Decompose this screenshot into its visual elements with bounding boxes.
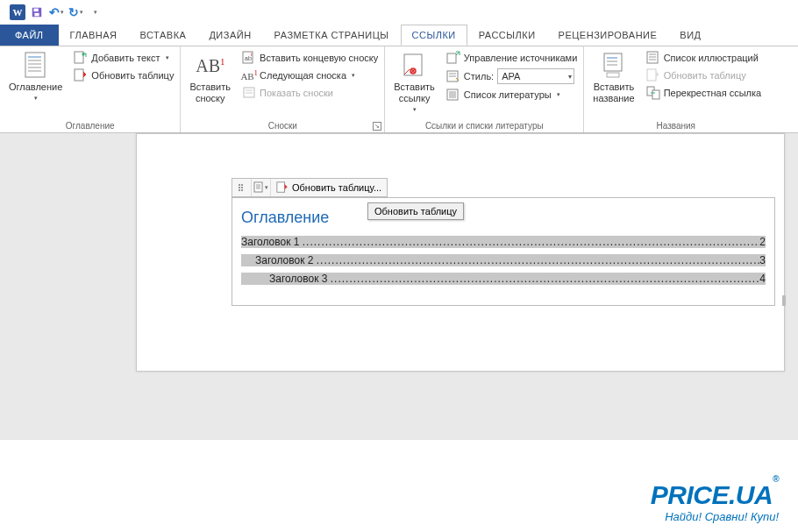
undo-icon: ↶ bbox=[49, 5, 60, 19]
crossref-icon bbox=[646, 86, 660, 100]
brand-logo: PRICE.UA® bbox=[651, 480, 779, 510]
toc-field[interactable]: Оглавление Заголовок 1 .................… bbox=[232, 197, 775, 306]
caret-icon: ▾ bbox=[94, 9, 97, 16]
caret-icon: ▾ bbox=[413, 106, 417, 113]
caret-icon: ▾ bbox=[166, 54, 169, 61]
caret-icon: ▾ bbox=[80, 9, 83, 16]
svg-text:i: i bbox=[251, 52, 252, 57]
svg-rect-19 bbox=[447, 53, 456, 63]
toc-button[interactable]: Оглавление ▾ bbox=[4, 50, 68, 103]
app-icon[interactable] bbox=[9, 4, 26, 21]
brand: PRICE.UA® Найди! Сравни! Купи! bbox=[651, 480, 779, 523]
toc-entry[interactable]: Заголовок 2 ............................… bbox=[241, 254, 766, 266]
toc-entry[interactable]: Заголовок 3 ............................… bbox=[241, 273, 766, 285]
bibliography-icon bbox=[446, 88, 460, 102]
next-footnote-icon: AB1 bbox=[242, 68, 256, 82]
group-citations-label: Ссылки и списки литературы bbox=[385, 119, 583, 132]
svg-rect-50 bbox=[277, 182, 285, 192]
style-label: Стиль: bbox=[464, 71, 494, 82]
dialog-launcher[interactable]: ↘ bbox=[373, 122, 381, 131]
insert-caption-label: Вставить название bbox=[593, 82, 634, 104]
caption-icon bbox=[600, 52, 628, 80]
redo-button[interactable]: ↻▾ bbox=[67, 4, 84, 21]
crossref-label: Перекрестная ссылка bbox=[664, 88, 762, 98]
svg-point-43 bbox=[241, 187, 243, 188]
qat-customize[interactable]: ▾ bbox=[86, 4, 103, 21]
style-row: Стиль: APA ▾ bbox=[444, 67, 580, 85]
redo-icon: ↻ bbox=[68, 5, 79, 19]
figures-list-label: Список иллюстраций bbox=[664, 53, 759, 63]
insert-endnote-label: Вставить концевую сноску bbox=[260, 53, 378, 63]
update-toc-button[interactable]: Обновить таблицу bbox=[71, 67, 176, 83]
tab-file[interactable]: ФАЙЛ bbox=[0, 25, 59, 46]
next-footnote-label: Следующая сноска bbox=[260, 70, 346, 81]
style-dropdown[interactable]: APA ▾ bbox=[497, 68, 574, 84]
toc-leader: ........................................… bbox=[303, 236, 760, 248]
caret-icon: ▾ bbox=[568, 73, 572, 81]
toc-icon bbox=[22, 52, 50, 80]
insert-citation-button[interactable]: Вставить ссылку ▾ bbox=[388, 50, 440, 115]
undo-button[interactable]: ↶▾ bbox=[47, 4, 65, 21]
toc-field-toolbar: ▾ Обновить таблицу... bbox=[232, 178, 388, 197]
word-icon bbox=[10, 4, 25, 20]
insert-endnote-button[interactable]: abi Вставить концевую сноску bbox=[239, 50, 381, 66]
update-icon bbox=[276, 181, 289, 194]
toc-handle[interactable] bbox=[232, 179, 252, 196]
save-button[interactable] bbox=[28, 4, 46, 21]
update-icon bbox=[74, 68, 88, 82]
toc-menu-button[interactable]: ▾ bbox=[252, 179, 271, 196]
svg-point-45 bbox=[241, 189, 243, 191]
tab-layout[interactable]: РАЗМЕТКА СТРАНИЦЫ bbox=[263, 25, 401, 46]
update-captions-button: Обновить таблицу bbox=[644, 67, 765, 83]
svg-point-40 bbox=[239, 184, 240, 186]
page[interactable]: ▾ Обновить таблицу... Оглавление Заголов… bbox=[136, 133, 785, 372]
add-text-button[interactable]: Добавить текст ▾ bbox=[71, 50, 176, 66]
tab-insert[interactable]: ВСТАВКА bbox=[129, 25, 198, 46]
toc-entry-text: Заголовок 2 bbox=[255, 254, 313, 266]
caret-icon: ▾ bbox=[352, 72, 355, 79]
toc-entry-text: Заголовок 3 bbox=[269, 273, 327, 285]
add-text-label: Добавить текст bbox=[91, 53, 160, 63]
toc-entry-text: Заголовок 1 bbox=[241, 236, 299, 248]
svg-rect-39 bbox=[652, 90, 659, 99]
manage-sources-label: Управление источниками bbox=[464, 53, 577, 63]
style-icon bbox=[446, 69, 460, 83]
toc-leader: ........................................… bbox=[331, 273, 760, 285]
footnote-icon: AB1 bbox=[196, 52, 224, 80]
toc-entry[interactable]: Заголовок 1 ............................… bbox=[241, 236, 766, 248]
group-toc-label: Оглавление bbox=[0, 119, 180, 132]
crossref-button[interactable]: Перекрестная ссылка bbox=[644, 85, 765, 101]
show-notes-button: Показать сноски bbox=[239, 85, 381, 101]
toc-update-button[interactable]: Обновить таблицу... bbox=[271, 181, 387, 194]
brand-tagline: Найди! Сравни! Купи! bbox=[651, 510, 779, 523]
svg-point-42 bbox=[239, 187, 240, 188]
group-footnotes-label: Сноски↘ bbox=[181, 119, 384, 132]
svg-point-44 bbox=[239, 189, 240, 191]
figures-list-button[interactable]: Список иллюстраций bbox=[644, 50, 765, 66]
save-icon bbox=[31, 6, 43, 18]
group-captions-label: Названия bbox=[584, 119, 767, 132]
insert-caption-button[interactable]: Вставить название bbox=[588, 50, 639, 106]
tab-home[interactable]: ГЛАВНАЯ bbox=[59, 25, 129, 46]
bibliography-button[interactable]: Список литературы ▾ bbox=[444, 87, 580, 103]
tab-view[interactable]: ВИД bbox=[668, 25, 712, 46]
show-notes-icon bbox=[242, 86, 256, 100]
figures-list-icon bbox=[646, 51, 660, 65]
svg-rect-23 bbox=[447, 89, 458, 100]
toc-title: Оглавление bbox=[241, 209, 766, 227]
next-footnote-button[interactable]: AB1 Следующая сноска ▾ bbox=[239, 67, 381, 83]
add-text-icon bbox=[74, 51, 88, 65]
group-citations: Вставить ссылку ▾ Управление источниками… bbox=[385, 46, 584, 132]
tab-mailings[interactable]: РАССЫЛКИ bbox=[467, 25, 547, 46]
caret-icon: ▾ bbox=[34, 95, 38, 102]
manage-sources-button[interactable]: Управление источниками bbox=[444, 50, 580, 66]
group-toc: Оглавление ▾ Добавить текст ▾ Обновить т… bbox=[0, 46, 181, 132]
insert-footnote-button[interactable]: AB1 Вставить сноску bbox=[184, 50, 236, 106]
tab-design[interactable]: ДИЗАЙН bbox=[197, 25, 262, 46]
toc-entry-page: 4 bbox=[759, 273, 766, 285]
style-value: APA bbox=[502, 71, 520, 82]
insert-citation-label: Вставить ссылку bbox=[394, 82, 435, 104]
tab-review[interactable]: РЕЦЕНЗИРОВАНИЕ bbox=[547, 25, 669, 46]
tab-references[interactable]: ССЫЛКИ bbox=[401, 25, 467, 46]
grip-icon bbox=[238, 183, 246, 192]
